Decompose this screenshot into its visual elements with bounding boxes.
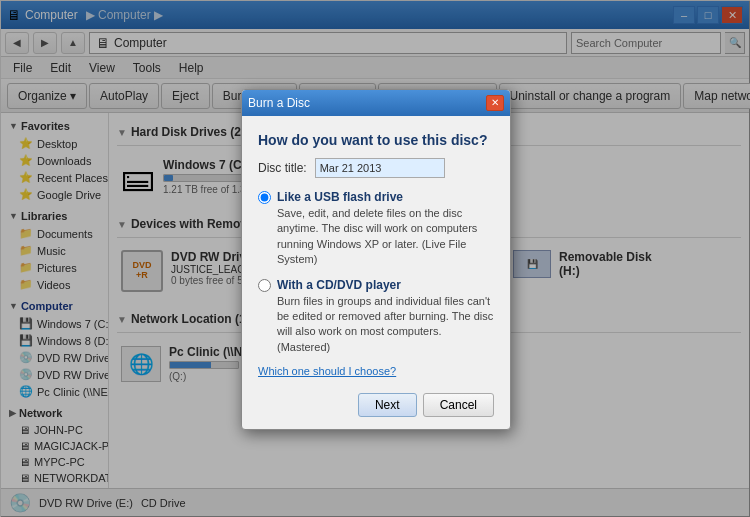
disc-title-label: Disc title: bbox=[258, 161, 307, 175]
option-usb[interactable]: Like a USB flash drive Save, edit, and d… bbox=[258, 190, 494, 268]
next-button[interactable]: Next bbox=[358, 393, 417, 417]
option-usb-radio[interactable] bbox=[258, 191, 271, 204]
modal-title-bar: Burn a Disc ✕ bbox=[242, 90, 510, 116]
disc-title-input[interactable] bbox=[315, 158, 445, 178]
option-cdplayer-title: With a CD/DVD player bbox=[277, 278, 494, 292]
disc-title-row: Disc title: bbox=[258, 158, 494, 178]
burn-disc-modal: Burn a Disc ✕ How do you want to use thi… bbox=[241, 89, 511, 430]
modal-heading: How do you want to use this disc? bbox=[258, 132, 494, 148]
option-cdplayer-radio[interactable] bbox=[258, 279, 271, 292]
option-usb-title: Like a USB flash drive bbox=[277, 190, 494, 204]
modal-close-button[interactable]: ✕ bbox=[486, 95, 504, 111]
option-cdplayer[interactable]: With a CD/DVD player Burn files in group… bbox=[258, 278, 494, 356]
option-cdplayer-desc: Burn files in groups and individual file… bbox=[277, 294, 494, 356]
option-usb-desc: Save, edit, and delete files on the disc… bbox=[277, 206, 494, 268]
cancel-button[interactable]: Cancel bbox=[423, 393, 494, 417]
which-link[interactable]: Which one should I choose? bbox=[258, 365, 494, 377]
modal-body: How do you want to use this disc? Disc t… bbox=[242, 116, 510, 393]
modal-overlay: Burn a Disc ✕ How do you want to use thi… bbox=[1, 1, 750, 517]
modal-title-text: Burn a Disc bbox=[248, 96, 310, 110]
modal-footer: Next Cancel bbox=[242, 393, 510, 429]
